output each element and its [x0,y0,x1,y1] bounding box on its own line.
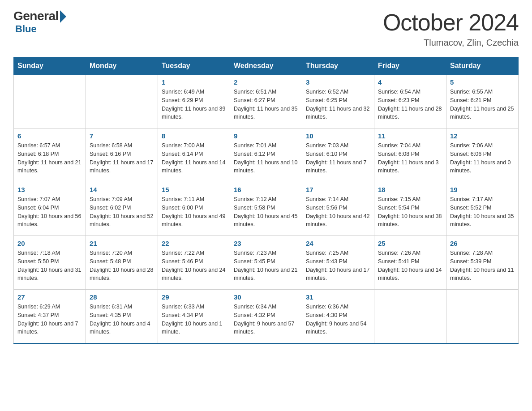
day-number: 10 [306,132,370,140]
day-number: 13 [17,186,82,193]
calendar-day-cell: 2Sunrise: 6:51 AMSunset: 6:27 PMDaylight… [230,75,302,128]
day-info: Sunrise: 6:55 AMSunset: 6:21 PMDaylight:… [450,88,515,121]
calendar-day-cell: 25Sunrise: 7:26 AMSunset: 5:41 PMDayligh… [374,236,446,290]
logo-blue-text: Blue [15,23,37,35]
calendar-day-cell: 6Sunrise: 6:57 AMSunset: 6:18 PMDaylight… [14,128,86,182]
day-info: Sunrise: 7:00 AMSunset: 6:14 PMDaylight:… [162,141,226,175]
day-number: 12 [450,132,515,140]
day-number: 6 [17,132,82,140]
calendar-day-cell: 14Sunrise: 7:09 AMSunset: 6:02 PMDayligh… [86,182,158,236]
day-number: 21 [90,240,154,247]
day-number: 7 [90,132,154,140]
day-number: 23 [234,240,298,247]
day-number: 8 [162,132,226,140]
calendar-day-cell: 7Sunrise: 6:58 AMSunset: 6:16 PMDaylight… [86,128,158,182]
calendar-day-cell: 1Sunrise: 6:49 AMSunset: 6:29 PMDaylight… [158,75,230,128]
day-number: 22 [162,240,226,247]
calendar-table: SundayMondayTuesdayWednesdayThursdayFrid… [13,57,519,344]
calendar-day-cell: 16Sunrise: 7:12 AMSunset: 5:58 PMDayligh… [230,182,302,236]
calendar-day-cell: 4Sunrise: 6:54 AMSunset: 6:23 PMDaylight… [374,75,446,128]
day-info: Sunrise: 7:14 AMSunset: 5:56 PMDaylight:… [306,195,370,229]
calendar-day-cell: 26Sunrise: 7:28 AMSunset: 5:39 PMDayligh… [446,236,519,290]
calendar-week-row: 6Sunrise: 6:57 AMSunset: 6:18 PMDaylight… [14,128,519,182]
day-info: Sunrise: 6:31 AMSunset: 4:35 PMDaylight:… [90,303,154,336]
calendar-day-cell: 22Sunrise: 7:22 AMSunset: 5:46 PMDayligh… [158,236,230,290]
calendar-day-cell: 29Sunrise: 6:33 AMSunset: 4:34 PMDayligh… [158,290,230,343]
calendar-day-cell: 30Sunrise: 6:34 AMSunset: 4:32 PMDayligh… [230,290,302,343]
day-number: 26 [450,240,515,247]
day-number: 20 [17,240,82,247]
title-area: October 2024 Tlumacov, Zlin, Czechia [383,9,519,48]
day-number: 29 [162,293,226,301]
day-info: Sunrise: 6:52 AMSunset: 6:25 PMDaylight:… [306,88,370,121]
day-number: 14 [90,186,154,193]
calendar-day-cell: 19Sunrise: 7:17 AMSunset: 5:52 PMDayligh… [446,182,519,236]
calendar-day-cell: 20Sunrise: 7:18 AMSunset: 5:50 PMDayligh… [14,236,86,290]
day-info: Sunrise: 6:36 AMSunset: 4:30 PMDaylight:… [306,303,370,336]
calendar-day-cell: 5Sunrise: 6:55 AMSunset: 6:21 PMDaylight… [446,75,519,128]
day-info: Sunrise: 7:15 AMSunset: 5:54 PMDaylight:… [378,195,442,229]
day-info: Sunrise: 7:17 AMSunset: 5:52 PMDaylight:… [450,195,515,229]
day-info: Sunrise: 6:58 AMSunset: 6:16 PMDaylight:… [90,141,154,175]
logo-arrow-icon [60,10,66,23]
day-number: 16 [234,186,298,193]
day-info: Sunrise: 7:12 AMSunset: 5:58 PMDaylight:… [234,195,298,229]
day-number: 2 [234,78,298,86]
day-info: Sunrise: 7:20 AMSunset: 5:48 PMDaylight:… [90,249,154,283]
day-of-week-header: Tuesday [158,57,230,75]
calendar-day-cell [86,75,158,128]
day-info: Sunrise: 6:49 AMSunset: 6:29 PMDaylight:… [162,88,226,121]
calendar-day-cell: 15Sunrise: 7:11 AMSunset: 6:00 PMDayligh… [158,182,230,236]
day-info: Sunrise: 7:25 AMSunset: 5:43 PMDaylight:… [306,249,370,283]
day-number: 28 [90,293,154,301]
calendar-week-row: 1Sunrise: 6:49 AMSunset: 6:29 PMDaylight… [14,75,519,128]
calendar-day-cell [14,75,86,128]
day-info: Sunrise: 6:34 AMSunset: 4:32 PMDaylight:… [234,303,298,336]
page-header: General Blue October 2024 Tlumacov, Zlin… [13,9,519,48]
calendar-day-cell: 3Sunrise: 6:52 AMSunset: 6:25 PMDaylight… [302,75,374,128]
day-info: Sunrise: 6:29 AMSunset: 4:37 PMDaylight:… [17,303,82,336]
day-info: Sunrise: 7:03 AMSunset: 6:10 PMDaylight:… [306,141,370,175]
day-number: 31 [306,293,370,301]
day-number: 30 [234,293,298,301]
day-info: Sunrise: 6:57 AMSunset: 6:18 PMDaylight:… [17,141,82,175]
day-info: Sunrise: 7:01 AMSunset: 6:12 PMDaylight:… [234,141,298,175]
calendar-day-cell: 24Sunrise: 7:25 AMSunset: 5:43 PMDayligh… [302,236,374,290]
calendar-day-cell: 12Sunrise: 7:06 AMSunset: 6:06 PMDayligh… [446,128,519,182]
calendar-day-cell: 17Sunrise: 7:14 AMSunset: 5:56 PMDayligh… [302,182,374,236]
day-number: 5 [450,78,515,86]
day-info: Sunrise: 7:04 AMSunset: 6:08 PMDaylight:… [378,141,442,175]
day-info: Sunrise: 7:11 AMSunset: 6:00 PMDaylight:… [162,195,226,229]
day-number: 4 [378,78,442,86]
location-subtitle: Tlumacov, Zlin, Czechia [383,38,519,48]
calendar-header-row: SundayMondayTuesdayWednesdayThursdayFrid… [14,57,519,75]
day-of-week-header: Sunday [14,57,86,75]
calendar-day-cell: 21Sunrise: 7:20 AMSunset: 5:48 PMDayligh… [86,236,158,290]
calendar-day-cell: 9Sunrise: 7:01 AMSunset: 6:12 PMDaylight… [230,128,302,182]
day-number: 24 [306,240,370,247]
month-title: October 2024 [383,9,519,36]
day-info: Sunrise: 7:06 AMSunset: 6:06 PMDaylight:… [450,141,515,175]
day-info: Sunrise: 7:22 AMSunset: 5:46 PMDaylight:… [162,249,226,283]
calendar-day-cell: 8Sunrise: 7:00 AMSunset: 6:14 PMDaylight… [158,128,230,182]
day-number: 3 [306,78,370,86]
day-of-week-header: Wednesday [230,57,302,75]
calendar-day-cell: 28Sunrise: 6:31 AMSunset: 4:35 PMDayligh… [86,290,158,343]
day-number: 1 [162,78,226,86]
day-info: Sunrise: 6:51 AMSunset: 6:27 PMDaylight:… [234,88,298,121]
calendar-day-cell: 31Sunrise: 6:36 AMSunset: 4:30 PMDayligh… [302,290,374,343]
calendar-day-cell: 10Sunrise: 7:03 AMSunset: 6:10 PMDayligh… [302,128,374,182]
day-number: 15 [162,186,226,193]
day-info: Sunrise: 7:28 AMSunset: 5:39 PMDaylight:… [450,249,515,283]
calendar-day-cell: 18Sunrise: 7:15 AMSunset: 5:54 PMDayligh… [374,182,446,236]
calendar-day-cell: 27Sunrise: 6:29 AMSunset: 4:37 PMDayligh… [14,290,86,343]
calendar-week-row: 13Sunrise: 7:07 AMSunset: 6:04 PMDayligh… [14,182,519,236]
day-of-week-header: Friday [374,57,446,75]
day-number: 11 [378,132,442,140]
day-of-week-header: Thursday [302,57,374,75]
day-of-week-header: Saturday [446,57,519,75]
day-of-week-header: Monday [86,57,158,75]
day-number: 17 [306,186,370,193]
day-number: 25 [378,240,442,247]
day-info: Sunrise: 7:26 AMSunset: 5:41 PMDaylight:… [378,249,442,283]
